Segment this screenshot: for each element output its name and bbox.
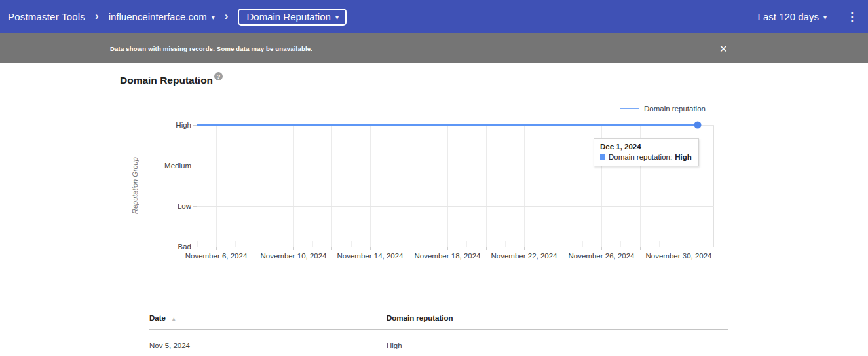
gridline bbox=[235, 241, 236, 247]
x-tick-label: November 26, 2024 bbox=[568, 252, 634, 260]
gridline bbox=[447, 125, 448, 247]
table-header-domain-reputation-label: Domain reputation bbox=[387, 314, 453, 322]
gridline bbox=[274, 241, 274, 247]
gridline bbox=[428, 241, 428, 247]
gridline bbox=[255, 125, 255, 247]
tooltip-series-label: Domain reputation: bbox=[609, 153, 672, 161]
tooltip-value: High bbox=[675, 153, 692, 161]
chevron-down-icon: ▾ bbox=[212, 14, 215, 21]
page-selector[interactable]: Domain Reputation ▾ bbox=[238, 9, 346, 26]
chevron-down-icon: ▾ bbox=[823, 14, 827, 21]
chevron-right-icon: › bbox=[95, 10, 99, 23]
gridline bbox=[312, 241, 313, 247]
x-tick-label: November 22, 2024 bbox=[491, 252, 557, 260]
chart-tooltip: Dec 1, 2024 Domain reputation: High bbox=[594, 138, 699, 166]
tooltip-series-marker bbox=[600, 154, 605, 160]
chevron-right-icon: › bbox=[225, 10, 229, 23]
gridline bbox=[293, 125, 294, 247]
section-title: Domain Reputation ? bbox=[120, 75, 223, 86]
table-header-domain-reputation[interactable]: Domain reputation bbox=[387, 314, 453, 322]
kebab-menu-icon[interactable]: ⋮ bbox=[846, 10, 858, 24]
x-tick-label: November 10, 2024 bbox=[260, 252, 326, 260]
gridline bbox=[505, 241, 506, 247]
gridline bbox=[524, 125, 525, 247]
table-header-date-label: Date bbox=[149, 314, 166, 322]
date-range-selector[interactable]: Last 120 days ▾ bbox=[758, 11, 827, 22]
reputation-line-series bbox=[197, 124, 698, 126]
gridline bbox=[370, 125, 371, 247]
y-tick-label: Bad bbox=[178, 243, 191, 251]
legend-line-swatch bbox=[620, 108, 639, 109]
app-title: Postmaster Tools bbox=[8, 11, 85, 22]
app-bar: Postmaster Tools › influenceinterface.co… bbox=[0, 0, 868, 33]
gridline bbox=[544, 241, 544, 247]
gridline bbox=[620, 241, 621, 247]
table-row-date-cell: Nov 5, 2024 bbox=[149, 342, 190, 349]
gridline bbox=[659, 241, 660, 247]
postmaster-tools-page: Postmaster Tools › influenceinterface.co… bbox=[0, 0, 868, 356]
tooltip-row: Domain reputation: High bbox=[600, 153, 692, 161]
x-tick-label: November 6, 2024 bbox=[185, 252, 248, 260]
sort-ascending-icon: ▲ bbox=[171, 316, 176, 322]
gridline bbox=[466, 241, 467, 247]
chevron-down-icon: ▾ bbox=[335, 14, 339, 21]
gridline bbox=[197, 241, 198, 247]
gridline bbox=[197, 206, 714, 207]
gridline bbox=[486, 125, 487, 247]
banner-message: Data shown with missing records. Some da… bbox=[110, 45, 312, 52]
app-bar-right: Last 120 days ▾ ⋮ bbox=[758, 10, 868, 24]
gridline bbox=[409, 125, 409, 247]
gridline bbox=[216, 125, 217, 247]
y-tick-label: Low bbox=[178, 202, 191, 210]
gridline bbox=[197, 125, 197, 247]
table-header-date[interactable]: Date ▲ bbox=[149, 314, 176, 322]
gridline bbox=[698, 241, 698, 247]
y-axis-title: Reputation Group bbox=[130, 125, 140, 247]
chart-legend: Domain reputation bbox=[620, 105, 706, 113]
table-row-reputation-cell: High bbox=[387, 342, 402, 349]
tooltip-date: Dec 1, 2024 bbox=[600, 143, 692, 151]
notification-banner: Data shown with missing records. Some da… bbox=[0, 33, 868, 63]
domain-selector[interactable]: influenceinterface.com ▾ bbox=[109, 11, 215, 22]
data-point-dec-1[interactable] bbox=[694, 122, 702, 129]
y-tick-label: Medium bbox=[164, 162, 191, 169]
gridline bbox=[331, 125, 332, 247]
page-selector-label: Domain Reputation bbox=[246, 11, 330, 22]
gridline bbox=[390, 241, 390, 247]
gridline bbox=[351, 241, 352, 247]
gridline bbox=[713, 125, 714, 247]
x-tick-label: November 18, 2024 bbox=[414, 252, 480, 260]
y-tick-label: High bbox=[176, 121, 191, 129]
x-tick-label: November 30, 2024 bbox=[645, 252, 711, 260]
legend-label: Domain reputation bbox=[644, 105, 706, 113]
table-header-divider bbox=[149, 329, 728, 330]
gridline bbox=[197, 247, 714, 247]
close-icon[interactable]: ✕ bbox=[719, 44, 728, 54]
section-title-text: Domain Reputation bbox=[120, 75, 213, 86]
gridline bbox=[563, 125, 563, 247]
date-range-label: Last 120 days bbox=[758, 11, 819, 22]
domain-selector-label: influenceinterface.com bbox=[109, 11, 207, 22]
help-icon[interactable]: ? bbox=[214, 72, 223, 80]
x-tick-label: November 14, 2024 bbox=[337, 252, 403, 260]
gridline bbox=[582, 241, 583, 247]
